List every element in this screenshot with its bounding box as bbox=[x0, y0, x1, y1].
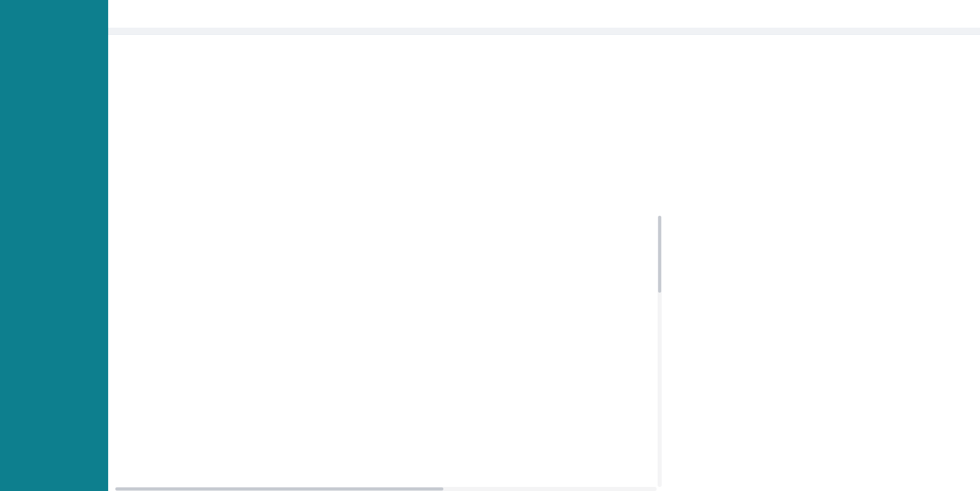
main-area bbox=[108, 0, 980, 491]
topbar-left bbox=[119, 8, 139, 19]
topbar bbox=[108, 0, 980, 28]
filter-bar bbox=[115, 42, 980, 47]
right-column bbox=[662, 47, 980, 491]
table-vertical-scrollbar[interactable] bbox=[658, 216, 662, 487]
scrollbar-thumb[interactable] bbox=[658, 216, 661, 293]
scrollbar-thumb[interactable] bbox=[115, 487, 443, 490]
content bbox=[108, 35, 980, 491]
rate-table-zone bbox=[115, 216, 662, 491]
body-row bbox=[115, 47, 980, 491]
left-column bbox=[115, 47, 662, 491]
tab-bar bbox=[108, 28, 980, 35]
app-root bbox=[0, 0, 980, 491]
table-horizontal-scrollbar[interactable] bbox=[115, 487, 657, 491]
topbar-right bbox=[932, 9, 969, 19]
search-icon[interactable] bbox=[932, 9, 942, 19]
hourly-bar-chart bbox=[115, 47, 662, 216]
sidebar bbox=[0, 0, 108, 491]
sidebar-collapse-icon[interactable] bbox=[119, 8, 131, 19]
rate-table bbox=[115, 216, 655, 491]
